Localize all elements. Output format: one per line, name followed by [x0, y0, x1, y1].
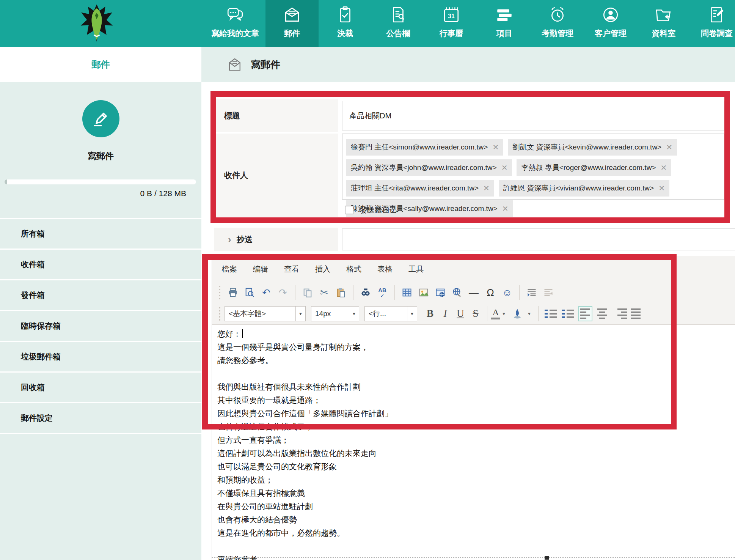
subject-input[interactable]: 產品相關DM — [342, 101, 724, 131]
sidebar-folder-settings[interactable]: 郵件設定 — [0, 403, 201, 434]
sidebar-folder-all[interactable]: 所有箱 — [0, 219, 201, 250]
preview-icon[interactable] — [241, 285, 258, 300]
font-family-select[interactable]: <基本字體> ▼ — [225, 306, 306, 321]
emoticon-icon[interactable]: ☺ — [499, 285, 515, 300]
special-character-icon[interactable]: Ω — [482, 285, 499, 300]
underline-button[interactable]: U — [453, 308, 468, 319]
media-icon[interactable] — [432, 285, 449, 300]
link-globe-icon[interactable] — [449, 285, 465, 300]
copy-icon[interactable] — [299, 285, 316, 300]
editor-resize-dotted-line[interactable] — [212, 557, 735, 558]
menu-file[interactable]: 檔案 — [222, 264, 237, 274]
find-icon[interactable] — [357, 285, 374, 300]
recipient-chip-text: 許維恩 資深專員<vivian@www.ireader.com.tw> — [503, 183, 654, 193]
image-icon[interactable] — [415, 285, 432, 300]
undo-icon[interactable]: ↶ — [258, 285, 275, 300]
topnav-label: 寫給我的文章 — [211, 28, 259, 39]
chip-remove-icon[interactable]: ✕ — [483, 184, 490, 193]
resize-handle-marker[interactable] — [545, 556, 549, 560]
bullet-list-icon[interactable] — [562, 308, 574, 320]
editor-body[interactable]: 您好： 這是一個幾乎是與貴公司量身訂制的方案， 請您務必參考。 我們與出版社有個… — [212, 325, 735, 560]
topnav-label: 資料室 — [652, 28, 676, 39]
redo-icon[interactable]: ↷ — [275, 285, 291, 300]
sidebar-folder-spam[interactable]: 垃圾郵件箱 — [0, 342, 201, 373]
align-right-icon[interactable] — [611, 306, 627, 321]
chip-remove-icon[interactable]: ✕ — [492, 143, 499, 152]
recipients-input-area[interactable]: 徐賽門 主任<simon@www.ireader.com.tw> ✕ 劉凱文 資… — [342, 134, 724, 200]
top-navigation-bar: 寫給我的文章 郵件 — [0, 0, 735, 47]
body-line: 再請您參考 — [217, 553, 735, 560]
strikethrough-button[interactable]: S — [468, 308, 483, 319]
chip-remove-icon[interactable]: ✕ — [502, 204, 509, 213]
topnav-item-calendar[interactable]: 31 行事曆 — [425, 0, 478, 47]
topnav-item-customer[interactable]: 客户管理 — [584, 0, 637, 47]
toolbar-separator — [487, 306, 487, 321]
body-line: 也可以滿足貴公司的文化教育形象 — [217, 460, 735, 473]
page-header: 寫郵件 — [201, 47, 735, 82]
highlight-dropdown-arrow[interactable]: ▼ — [527, 311, 531, 316]
spellcheck-icon[interactable]: AB ✓ — [374, 285, 391, 300]
numbered-list-icon[interactable] — [545, 308, 557, 320]
chip-remove-icon[interactable]: ✕ — [666, 143, 672, 152]
line-height-select[interactable]: <行... ▼ — [364, 306, 417, 321]
cc-label-cell[interactable]: › 抄送 — [214, 228, 338, 251]
body-line: 這個計劃可以為出版業指出數位化的未來走向 — [217, 447, 735, 460]
font-color-button[interactable]: A — [491, 308, 500, 319]
send-to-self-checkbox[interactable] — [345, 206, 353, 214]
recipient-chip-text: 莊理坦 主任<rita@www.ireader.com.tw> — [351, 183, 479, 193]
table-icon[interactable] — [399, 285, 415, 300]
topnav-item-library[interactable]: 資料室 — [637, 0, 690, 47]
chip-remove-icon[interactable]: ✕ — [658, 184, 665, 193]
sidebar-folder-inbox[interactable]: 收件箱 — [0, 250, 201, 280]
recipient-chip[interactable]: 莊理坦 主任<rita@www.ireader.com.tw> ✕ — [346, 180, 494, 197]
recipient-chip[interactable]: 徐賽門 主任<simon@www.ireader.com.tw> ✕ — [346, 139, 503, 156]
menu-view[interactable]: 查看 — [284, 264, 299, 274]
chip-remove-icon[interactable]: ✕ — [660, 163, 667, 172]
compose-button[interactable] — [82, 100, 119, 137]
highlight-pen-icon[interactable] — [509, 306, 526, 321]
print-icon[interactable] — [225, 285, 241, 300]
menu-table[interactable]: 表格 — [377, 264, 393, 274]
recipient-chip[interactable]: 吳約翰 資深專員<john@www.ireader.com.tw> ✕ — [346, 159, 512, 176]
align-justify-icon[interactable] — [627, 306, 644, 321]
topnav-item-approval[interactable]: 決裁 — [319, 0, 372, 47]
top-nav: 寫給我的文章 郵件 — [205, 0, 735, 47]
font-color-dropdown-arrow[interactable]: ▼ — [502, 311, 506, 316]
cut-icon[interactable]: ✂ — [316, 285, 333, 300]
align-left-icon — [580, 308, 590, 319]
dropdown-arrow-icon: ▼ — [407, 307, 417, 321]
chat-icon — [224, 4, 246, 26]
calendar-icon: 31 — [440, 4, 462, 26]
blockquote-icon[interactable] — [523, 285, 540, 300]
sidebar-folder-trash[interactable]: 回收箱 — [0, 373, 201, 403]
menu-format[interactable]: 格式 — [346, 264, 361, 274]
sidebar-folder-drafts[interactable]: 臨時保存箱 — [0, 311, 201, 342]
bold-button[interactable]: B — [422, 308, 438, 319]
paste-icon[interactable] — [333, 285, 349, 300]
menu-tools[interactable]: 工具 — [408, 264, 424, 274]
align-center-icon[interactable] — [594, 306, 611, 321]
toolbar-drag-handle[interactable] — [219, 286, 221, 299]
topnav-item-survey[interactable]: 問卷調查 — [690, 0, 735, 47]
cc-input[interactable] — [342, 228, 735, 250]
chip-remove-icon[interactable]: ✕ — [501, 163, 508, 172]
outdent-icon[interactable] — [540, 285, 557, 300]
toolbar-separator — [538, 306, 539, 321]
recipient-chip[interactable]: 劉凱文 資深專員<kevin@www.ireader.com.tw> ✕ — [508, 139, 677, 156]
topnav-item-bulletin[interactable]: 公告欄 — [372, 0, 425, 47]
toolbar-drag-handle[interactable] — [219, 307, 221, 321]
topnav-item-mail[interactable]: 郵件 — [265, 0, 319, 47]
sidebar-folder-sent[interactable]: 發件箱 — [0, 280, 201, 311]
page-title: 寫郵件 — [251, 58, 280, 71]
horizontal-rule-icon[interactable]: — — [465, 285, 482, 300]
menu-edit[interactable]: 编辑 — [253, 264, 268, 274]
topnav-item-attendance[interactable]: 考勤管理 — [531, 0, 584, 47]
align-left-selected[interactable] — [578, 306, 592, 321]
font-size-select[interactable]: 14px ▼ — [311, 306, 359, 321]
recipient-chip[interactable]: 李熱叔 專員<roger@www.ireader.com.tw> ✕ — [517, 159, 671, 176]
topnav-item-my-articles[interactable]: 寫給我的文章 — [205, 0, 265, 47]
recipient-chip[interactable]: 許維恩 資深專員<vivian@www.ireader.com.tw> ✕ — [499, 180, 669, 197]
menu-insert[interactable]: 插入 — [315, 264, 330, 274]
italic-button[interactable]: I — [438, 308, 453, 319]
topnav-item-project[interactable]: 項目 — [478, 0, 531, 47]
